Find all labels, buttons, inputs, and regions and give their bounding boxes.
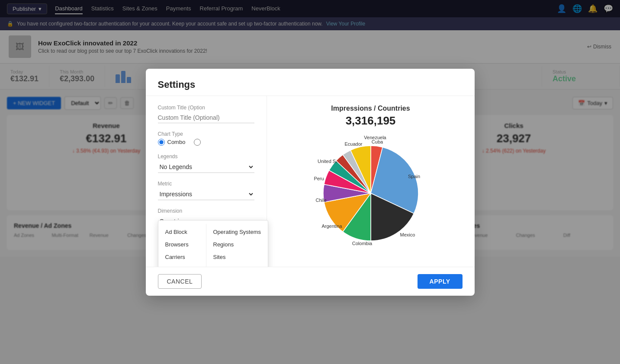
- metric-group: Metric Impressions: [158, 181, 254, 200]
- pie-chart-container: Impressions / Countries 3,316,195 CubaSp…: [276, 105, 466, 254]
- modal-body: Custom Title (Option Chart Type Combo: [146, 96, 475, 257]
- pie-label-colombia: Colombia: [352, 241, 372, 246]
- legends-group: Legends No Legends: [158, 153, 254, 173]
- chart-title: Impressions / Countries: [331, 105, 410, 112]
- dimension-group: Dimension Countries Ad Block Browsers Ca…: [158, 208, 254, 227]
- dropdown-item-sites[interactable]: Sites: [206, 251, 268, 257]
- combo-radio-label[interactable]: Combo: [158, 139, 186, 146]
- custom-title-group: Custom Title (Option: [158, 105, 254, 123]
- dimension-label: Dimension: [158, 208, 254, 214]
- custom-title-input[interactable]: [158, 112, 254, 123]
- dropdown-col-1: Ad Block Browsers Carriers Categories Co…: [158, 224, 206, 257]
- dropdown-item-os[interactable]: Operating Systems: [206, 226, 268, 238]
- combo-radio[interactable]: [158, 139, 165, 146]
- chart-type-radios: Combo: [158, 139, 254, 146]
- dropdown-item-adblock[interactable]: Ad Block: [158, 226, 206, 238]
- modal-title: Settings: [158, 79, 463, 90]
- modal-overlay: Settings Custom Title (Option Chart Type…: [0, 0, 620, 257]
- pie-label-argentina: Argentina: [321, 224, 342, 229]
- combo-label: Combo: [167, 139, 186, 145]
- settings-modal: Settings Custom Title (Option Chart Type…: [146, 69, 475, 257]
- legends-label: Legends: [158, 153, 254, 160]
- metric-label: Metric: [158, 181, 254, 187]
- pie-label-mexico: Mexico: [400, 232, 415, 237]
- custom-title-label: Custom Title (Option: [158, 105, 254, 111]
- chart-value: 3,316,195: [346, 114, 396, 128]
- dropdown-item-regions[interactable]: Regions: [206, 238, 268, 251]
- pie-label-peru: Peru: [314, 176, 324, 181]
- dropdown-col-2: Operating Systems Regions Sites Sub IDs …: [206, 224, 268, 257]
- modal-form: Custom Title (Option Chart Type Combo: [146, 96, 267, 257]
- chart-type-group: Chart Type Combo: [158, 131, 254, 146]
- dimension-dropdown: Ad Block Browsers Carriers Categories Co…: [158, 220, 269, 257]
- pie-label-chile: Chile: [315, 198, 326, 203]
- pie-chart-svg: CubaSpainMexicoColombiaArgentinaChilePer…: [310, 133, 431, 254]
- modal-header: Settings: [146, 69, 475, 96]
- chart-type-label: Chart Type: [158, 131, 254, 137]
- dropdown-item-carriers[interactable]: Carriers: [158, 251, 206, 257]
- other-radio[interactable]: [194, 139, 201, 146]
- dropdown-item-browsers[interactable]: Browsers: [158, 238, 206, 251]
- metric-select[interactable]: Impressions: [158, 188, 254, 200]
- other-radio-label[interactable]: [194, 139, 201, 146]
- legends-select[interactable]: No Legends: [158, 161, 254, 173]
- pie-label-spain: Spain: [408, 174, 420, 179]
- pie-label-ecuador: Ecuador: [344, 141, 362, 147]
- pie-label-venezuela: Venezuela: [364, 135, 386, 140]
- modal-chart-area: Impressions / Countries 3,316,195 CubaSp…: [267, 96, 475, 257]
